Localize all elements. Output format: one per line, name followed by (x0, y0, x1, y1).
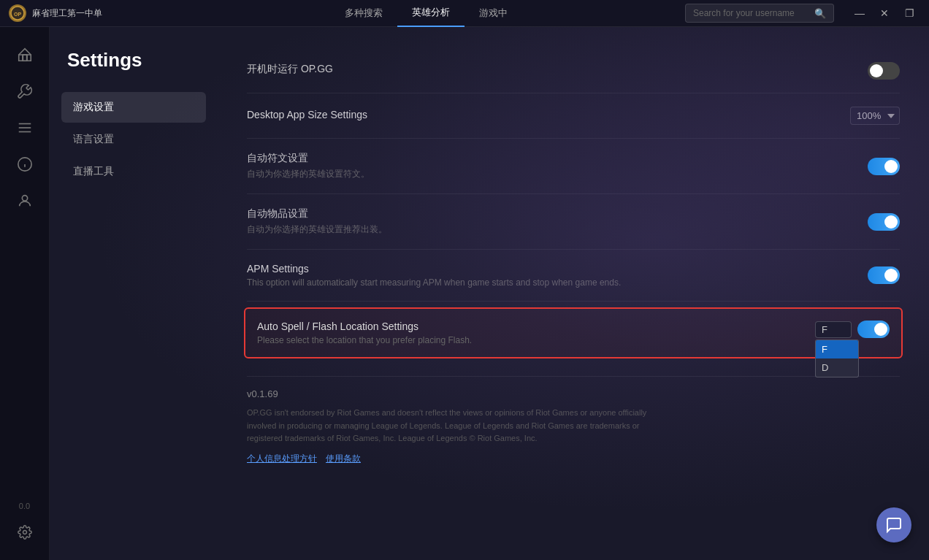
flash-option-d[interactable]: D (816, 358, 858, 377)
setting-label-flash: Auto Spell / Flash Location Settings (257, 321, 815, 332)
search-input[interactable] (693, 8, 810, 18)
toggle-flash[interactable] (857, 321, 890, 338)
app-title: 麻省理工第一中单 (32, 7, 102, 20)
setting-label-group-flash: Auto Spell / Flash Location Settings Ple… (257, 321, 815, 345)
highlighted-top-controls: F D F D (815, 321, 890, 338)
toggle-auto-item[interactable] (868, 213, 900, 231)
search-bar[interactable]: 🔍 (685, 4, 834, 23)
sidebar-item-home[interactable] (9, 39, 41, 71)
search-icon: 🔍 (814, 8, 826, 19)
close-button[interactable]: ✕ (873, 4, 895, 22)
nav-multi-search[interactable]: 多种搜索 (330, 0, 397, 27)
flash-option-f[interactable]: F (816, 340, 858, 358)
sidebar-item-tools[interactable] (9, 75, 41, 107)
nav-in-game[interactable]: 游戏中 (464, 0, 522, 27)
toggle-startup[interactable] (868, 62, 900, 80)
nav-champion-analysis[interactable]: 英雄分析 (397, 0, 464, 27)
sidebar-item-info[interactable] (9, 148, 41, 180)
background-art (0, 27, 929, 560)
titlebar-nav: 多种搜索 英雄分析 游戏中 (172, 0, 679, 27)
svg-rect-2 (23, 55, 27, 61)
flash-select-wrapper: F D F D (815, 321, 852, 338)
maximize-button[interactable]: ❐ (898, 4, 920, 22)
highlighted-inner: Auto Spell / Flash Location Settings Ple… (257, 321, 890, 345)
toggle-apm[interactable] (868, 266, 900, 284)
chat-button[interactable] (876, 507, 911, 542)
highlighted-controls: F D F D (815, 321, 890, 338)
minimize-button[interactable]: — (849, 4, 871, 22)
flash-location-select[interactable]: F D (815, 321, 852, 338)
svg-point-9 (22, 196, 27, 201)
main-layout: 0.0 Settings 游戏设置 语言设置 直播工具 开机时运行 OP.GG (0, 27, 929, 560)
titlebar: OP 麻省理工第一中单 多种搜索 英雄分析 游戏中 🔍 — ✕ ❐ (0, 0, 929, 27)
setting-desc-flash: Please select the location that you pref… (257, 335, 815, 345)
flash-dropdown-open: F D (815, 340, 859, 377)
svg-text:OP: OP (14, 12, 21, 17)
window-controls: — ✕ ❐ (849, 4, 920, 22)
sidebar-item-menu[interactable] (9, 112, 41, 144)
app-logo: OP (9, 4, 26, 22)
sidebar-item-champion[interactable] (9, 185, 41, 217)
toggle-auto-spell[interactable] (868, 158, 900, 175)
sidebar-item-settings[interactable] (9, 516, 41, 548)
svg-point-10 (23, 531, 26, 534)
setting-row-flash-location: Auto Spell / Flash Location Settings Ple… (244, 307, 903, 358)
